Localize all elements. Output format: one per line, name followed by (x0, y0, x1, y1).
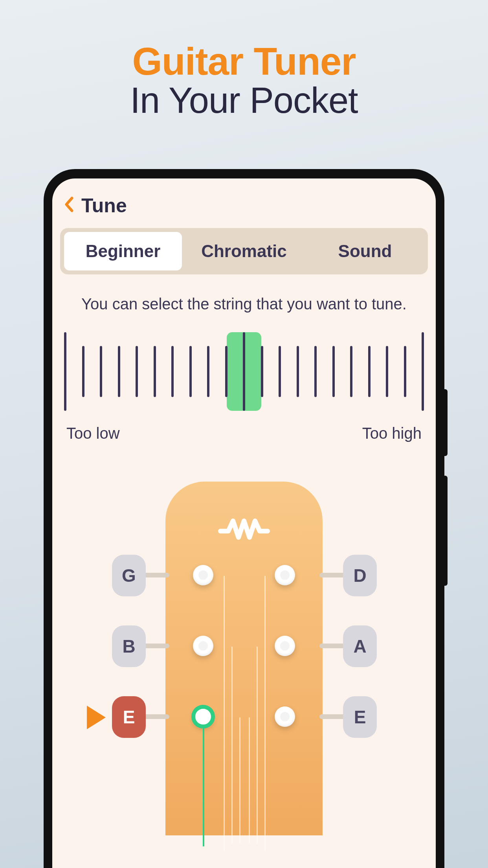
play-indicator-icon (87, 706, 106, 729)
peg-connector (142, 644, 169, 648)
string-button-d[interactable]: D (343, 555, 377, 596)
tab-beginner[interactable]: Beginner (64, 232, 182, 270)
promo-headline-line1: Guitar Tuner (0, 39, 488, 84)
phone-side-button (444, 476, 448, 586)
peg-high-e[interactable] (275, 706, 295, 727)
peg-g[interactable] (193, 565, 213, 585)
promo-headline-line2: In Your Pocket (0, 80, 488, 121)
meter-center-tick (243, 332, 245, 411)
peg-connector (142, 573, 169, 577)
promo-headline: Guitar Tuner In Your Pocket (0, 0, 488, 121)
peg-d[interactable] (275, 565, 295, 585)
guitar-string (257, 647, 258, 843)
tab-chromatic[interactable]: Chromatic (185, 232, 303, 270)
tuning-meter: Too low Too high (64, 330, 424, 442)
phone-side-button (444, 389, 448, 456)
guitar-string (239, 717, 240, 843)
tab-sound[interactable]: Sound (306, 232, 424, 270)
string-button-low-e[interactable]: E (112, 696, 146, 738)
string-button-high-e[interactable]: E (343, 696, 377, 738)
guitar-headstock (165, 482, 323, 835)
meter-high-label: Too high (362, 425, 422, 442)
app-header: Tune (52, 178, 436, 228)
mode-tabs: Beginner Chromatic Sound (60, 228, 428, 274)
string-button-g[interactable]: G (112, 555, 146, 596)
meter-ticks (64, 330, 424, 413)
meter-low-label: Too low (66, 425, 120, 442)
phone-frame: Tune Beginner Chromatic Sound You can se… (44, 169, 444, 868)
active-string-line (203, 728, 204, 846)
guitar-string (231, 647, 233, 843)
meter-labels: Too low Too high (64, 425, 424, 442)
peg-b[interactable] (193, 636, 213, 656)
string-button-b[interactable]: B (112, 625, 146, 667)
app-screen: Tune Beginner Chromatic Sound You can se… (52, 178, 436, 868)
peg-a[interactable] (275, 636, 295, 656)
hint-text: You can select the string that you want … (52, 274, 436, 330)
guitar-headstock-area: G B E D A E (52, 482, 436, 835)
peg-connector (142, 714, 169, 719)
guitar-string (224, 576, 225, 851)
guitar-string (264, 576, 266, 851)
guitar-string (249, 717, 250, 843)
back-chevron-icon[interactable] (64, 195, 73, 217)
string-button-a[interactable]: A (343, 625, 377, 667)
page-title: Tune (81, 194, 127, 217)
peg-low-e[interactable] (193, 706, 213, 727)
headstock-logo-icon (216, 515, 272, 543)
